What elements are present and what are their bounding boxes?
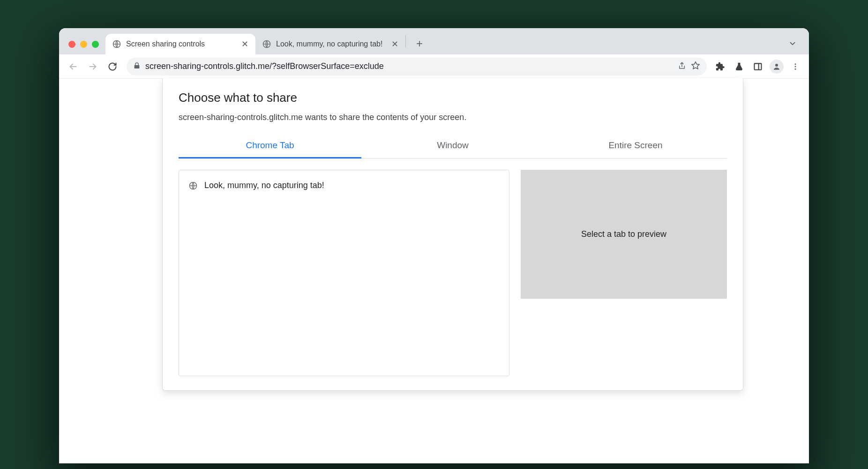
reload-button[interactable] (104, 58, 121, 75)
globe-icon (112, 39, 121, 49)
picker-tab-chrome-tab[interactable]: Chrome Tab (179, 135, 361, 159)
new-tab-button[interactable]: + (412, 36, 427, 52)
picker-tabs: Chrome Tab Window Entire Screen (179, 135, 727, 159)
svg-point-4 (775, 64, 778, 67)
browser-tab-active[interactable]: Screen sharing controls ✕ (105, 34, 255, 54)
browser-window: Screen sharing controls ✕ Look, mummy, n… (59, 28, 809, 463)
svg-point-7 (795, 68, 796, 69)
picker-tab-list-item-title: Look, mummy, no capturing tab! (204, 181, 324, 190)
page-content: Choose what to share screen-sharing-cont… (59, 79, 809, 463)
window-controls (67, 41, 105, 54)
back-button[interactable] (65, 58, 82, 75)
picker-preview-placeholder: Select a tab to preview (521, 170, 727, 299)
svg-point-6 (795, 66, 796, 67)
tab-overflow-button[interactable] (785, 39, 805, 54)
labs-icon[interactable] (731, 59, 747, 75)
picker-subtitle: screen-sharing-controls.glitch.me wants … (179, 113, 727, 122)
tab-title: Look, mummy, no capturing tab! (276, 40, 386, 48)
picker-body: Look, mummy, no capturing tab! Select a … (179, 170, 727, 376)
url-text: screen-sharing-controls.glitch.me/?selfB… (145, 61, 673, 71)
picker-tab-entire-screen[interactable]: Entire Screen (544, 135, 727, 158)
profile-avatar[interactable] (769, 59, 785, 75)
globe-icon (188, 181, 198, 190)
picker-title: Choose what to share (179, 91, 727, 105)
svg-rect-2 (755, 63, 762, 69)
tab-strip: Screen sharing controls ✕ Look, mummy, n… (59, 28, 809, 54)
screen-share-picker: Choose what to share screen-sharing-cont… (162, 78, 743, 391)
bookmark-star-icon[interactable] (691, 61, 700, 72)
sidepanel-icon[interactable] (750, 59, 766, 75)
address-bar[interactable]: screen-sharing-controls.glitch.me/?selfB… (127, 58, 707, 76)
tab-title: Screen sharing controls (126, 40, 236, 48)
picker-tab-list: Look, mummy, no capturing tab! (179, 170, 509, 376)
picker-tab-list-item[interactable]: Look, mummy, no capturing tab! (179, 177, 509, 194)
lock-icon (133, 62, 141, 71)
preview-placeholder-text: Select a tab to preview (581, 229, 666, 239)
toolbar: screen-sharing-controls.glitch.me/?selfB… (59, 54, 809, 79)
minimize-window-button[interactable] (80, 41, 87, 48)
svg-point-5 (795, 63, 796, 65)
close-window-button[interactable] (68, 41, 75, 48)
tab-divider (405, 35, 406, 47)
picker-tab-window[interactable]: Window (361, 135, 544, 158)
kebab-menu-icon[interactable] (787, 59, 803, 75)
close-tab-icon[interactable]: ✕ (240, 40, 249, 48)
extensions-icon[interactable] (712, 59, 728, 75)
maximize-window-button[interactable] (92, 41, 99, 48)
globe-icon (262, 39, 271, 49)
browser-tab[interactable]: Look, mummy, no capturing tab! ✕ (255, 34, 405, 54)
forward-button[interactable] (84, 58, 101, 75)
share-icon[interactable] (678, 61, 686, 72)
close-tab-icon[interactable]: ✕ (390, 40, 399, 48)
